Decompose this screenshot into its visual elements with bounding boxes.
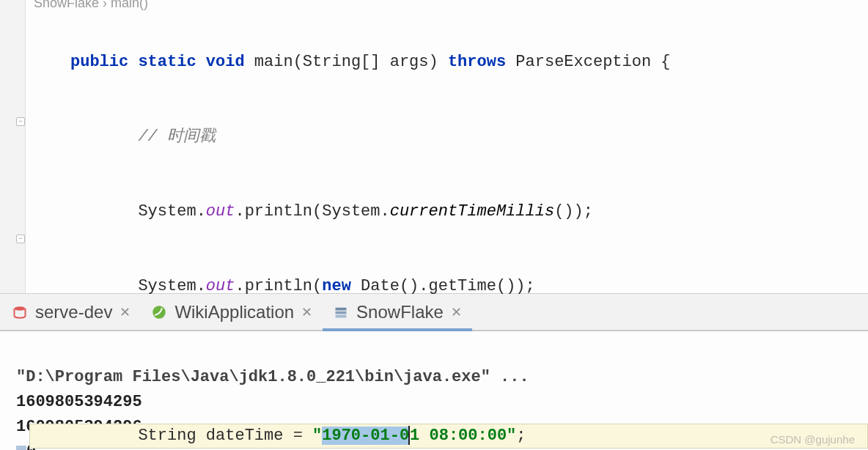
keyword-throws: throws bbox=[448, 53, 506, 71]
code-content[interactable]: public static void main(String[] args) t… bbox=[29, 0, 868, 450]
code-text: Date().getTime()); bbox=[351, 277, 535, 295]
svg-rect-2 bbox=[336, 307, 347, 310]
fold-icon[interactable]: − bbox=[16, 117, 25, 126]
keyword-new: new bbox=[322, 277, 351, 295]
comment: // 时间戳 bbox=[138, 128, 216, 146]
code-text: .println( bbox=[235, 277, 322, 295]
svg-point-0 bbox=[15, 306, 26, 311]
code-editor[interactable]: SnowFlake › main() − − public static voi… bbox=[0, 0, 868, 293]
watermark: CSDN @gujunhe bbox=[770, 433, 855, 446]
keyword-void: void bbox=[206, 53, 245, 71]
editor-gutter: − − bbox=[0, 0, 26, 293]
tab-label: WikiApplication bbox=[174, 302, 294, 322]
tab-label: SnowFlake bbox=[356, 302, 444, 322]
static-method: currentTimeMillis bbox=[390, 202, 554, 221]
keyword-static: static bbox=[138, 53, 196, 71]
string-literal: " bbox=[312, 427, 322, 445]
code-text: .println(System. bbox=[235, 202, 389, 221]
code-text: String dateTime = bbox=[138, 427, 312, 445]
console-cursor bbox=[16, 446, 26, 450]
close-icon[interactable]: ✕ bbox=[451, 304, 462, 320]
code-text: System. bbox=[138, 202, 205, 221]
exception-name: ParseException { bbox=[515, 53, 670, 71]
stack-icon bbox=[333, 304, 349, 320]
keyword-public: public bbox=[70, 53, 128, 71]
tab-wikiapplication[interactable]: WikiApplication ✕ bbox=[141, 294, 323, 330]
fold-icon[interactable]: − bbox=[16, 235, 25, 243]
svg-rect-4 bbox=[336, 314, 347, 317]
method-signature: main(String[] args) bbox=[254, 53, 438, 71]
tab-snowflake[interactable]: SnowFlake ✕ bbox=[323, 294, 472, 330]
field-out: out bbox=[206, 202, 235, 221]
field-out: out bbox=[206, 277, 235, 295]
code-text: ; bbox=[516, 427, 526, 445]
spring-icon bbox=[151, 304, 167, 320]
string-literal: 1 08:00:00" bbox=[410, 427, 516, 445]
close-icon[interactable]: ✕ bbox=[301, 304, 312, 320]
close-icon[interactable]: ✕ bbox=[119, 304, 130, 320]
code-text: System. bbox=[138, 277, 205, 295]
svg-rect-3 bbox=[336, 311, 347, 314]
code-text: ()); bbox=[554, 202, 593, 221]
database-icon bbox=[12, 304, 28, 320]
tab-serve-dev[interactable]: serve-dev ✕ bbox=[1, 294, 141, 330]
tab-label: serve-dev bbox=[35, 302, 112, 322]
selected-text: 1970-01-0 bbox=[322, 427, 409, 445]
